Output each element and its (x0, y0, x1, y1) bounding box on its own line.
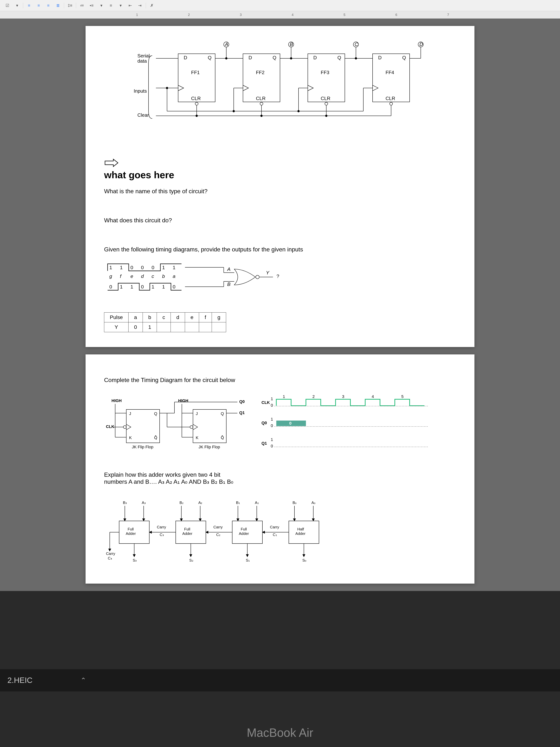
ruler-mark: 6 (370, 13, 422, 17)
callout (104, 158, 456, 168)
svg-text:1: 1 (271, 437, 273, 442)
svg-point-19 (390, 102, 393, 105)
cell (199, 323, 212, 332)
svg-text:B₃: B₃ (123, 500, 127, 505)
svg-text:C₃: C₃ (160, 533, 164, 537)
outdent-icon[interactable]: ⇤ (127, 2, 134, 9)
svg-point-54 (290, 57, 292, 59)
clear-format-icon[interactable]: ✗ (148, 2, 156, 9)
svg-text:Q: Q (154, 411, 157, 416)
jk-label-2: JK Flip Flop (198, 445, 220, 449)
svg-marker-176 (312, 519, 315, 521)
svg-text:g: g (109, 274, 112, 279)
line-spacing-icon[interactable]: ‡≡ (66, 2, 74, 9)
svg-text:Q0: Q0 (239, 399, 245, 404)
align-right-icon[interactable]: ≡ (45, 2, 52, 9)
svg-text:D: D (378, 55, 382, 60)
cell: Y (104, 323, 129, 332)
svg-marker-173 (237, 519, 239, 521)
svg-marker-191 (108, 549, 111, 551)
svg-point-14 (325, 102, 328, 105)
svg-point-59 (196, 115, 197, 117)
svg-text:Q: Q (208, 55, 212, 60)
ff2-label: FF2 (256, 70, 264, 75)
justify-icon[interactable]: ≣ (54, 2, 62, 9)
svg-text:Q: Q (273, 55, 276, 60)
ff3-label: FF3 (321, 70, 329, 75)
align-left-icon[interactable]: ≡ (25, 2, 33, 9)
svg-text:c: c (152, 274, 154, 279)
svg-text:e: e (131, 274, 133, 279)
svg-text:0: 0 (131, 265, 133, 270)
jk-label-1: JK Flip Flop (132, 445, 153, 449)
svg-text:C₄: C₄ (108, 556, 112, 560)
svg-marker-195 (133, 555, 135, 557)
svg-text:A₃: A₃ (142, 500, 146, 505)
svg-text:?: ? (276, 274, 279, 279)
svg-text:b: b (162, 274, 165, 279)
cell: 1 (142, 323, 157, 332)
device-label: MacBook Air (247, 726, 313, 740)
svg-point-61 (325, 115, 327, 117)
align-center-icon[interactable]: ≡ (35, 2, 43, 9)
svg-marker-201 (246, 555, 248, 557)
dropdown-icon[interactable]: ▾ (14, 2, 21, 9)
svg-text:S₀: S₀ (302, 558, 306, 562)
pulse-table: Pulse a b c d e f g Y 0 1 (104, 312, 226, 332)
svg-text:0: 0 (141, 265, 144, 270)
svg-point-4 (195, 102, 198, 105)
svg-text:Q̄: Q̄ (221, 435, 224, 440)
svg-text:Q1: Q1 (239, 410, 245, 415)
svg-text:J: J (196, 411, 198, 416)
question-4: Complete the Timing Diagram for the circ… (104, 377, 456, 384)
cell: d (171, 313, 185, 323)
cell (212, 323, 226, 332)
svg-text:1: 1 (271, 396, 273, 401)
svg-text:a: a (173, 274, 176, 279)
svg-text:4: 4 (372, 394, 374, 399)
checklist-icon[interactable]: ☑ (4, 2, 11, 9)
question-5a: Explain how this adder works given two 4… (104, 471, 456, 478)
ruler: 1 2 3 4 5 6 7 (0, 11, 560, 19)
svg-text:1: 1 (173, 265, 176, 270)
question-2: What does this circuit do? (104, 217, 456, 224)
dropdown-icon[interactable]: ▾ (117, 2, 124, 9)
svg-text:D: D (313, 55, 317, 60)
dropdown-icon[interactable]: ▾ (98, 2, 105, 9)
svg-marker-172 (199, 519, 201, 521)
svg-text:K: K (196, 435, 198, 440)
svg-text:C₁: C₁ (273, 533, 277, 537)
indent-icon[interactable]: ⇥ (136, 2, 143, 9)
svg-point-9 (260, 102, 263, 105)
adder-diagram: FullAdder FullAdder FullAdder HalfAdder … (104, 493, 368, 568)
cell: e (185, 313, 199, 323)
svg-text:0: 0 (152, 265, 155, 270)
svg-text:3: 3 (342, 394, 344, 399)
svg-text:Y: Y (266, 270, 270, 276)
callout-heading: what goes here (104, 169, 456, 180)
ff1-label: FF1 (191, 70, 199, 75)
jk-flipflop-diagram: JQ KQ̄ JK Flip Flop HIGH CLK JQ KQ̄ JK F… (104, 391, 456, 469)
svg-text:B: B (290, 42, 293, 47)
svg-marker-169 (124, 519, 126, 521)
svg-marker-182 (206, 531, 208, 533)
question-3: Given the following timing diagrams, pro… (104, 246, 456, 253)
svg-rect-5 (243, 54, 280, 102)
svg-text:D: D (184, 55, 187, 60)
numbered-list-icon[interactable]: ≔ (78, 2, 86, 9)
svg-text:Q0: Q0 (262, 420, 267, 425)
svg-text:2: 2 (313, 394, 315, 399)
svg-text:Carry: Carry (106, 551, 115, 556)
ruler-mark: 3 (215, 13, 267, 17)
svg-text:A₀: A₀ (312, 500, 316, 505)
svg-text:Q1: Q1 (262, 441, 267, 445)
list-icon[interactable]: ≡ (107, 2, 115, 9)
chevron-up-icon[interactable]: ⌃ (81, 676, 86, 684)
ruler-mark: 7 (422, 13, 474, 17)
svg-point-100 (123, 426, 126, 429)
bullet-list-icon[interactable]: •≡ (88, 2, 96, 9)
svg-text:Carry: Carry (270, 525, 279, 529)
svg-text:CLR: CLR (191, 96, 201, 101)
svg-text:0: 0 (271, 444, 273, 448)
svg-text:CLR: CLR (385, 96, 395, 101)
